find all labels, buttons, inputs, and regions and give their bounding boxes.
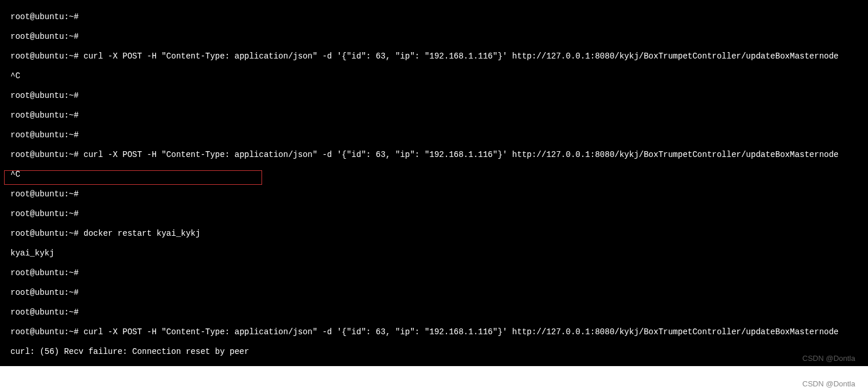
prompt: root@ubuntu:~# [10, 111, 79, 120]
prompt: root@ubuntu:~# [10, 268, 79, 277]
watermark-inner: CSDN @Dontla [802, 353, 855, 363]
curl-command: curl -X POST -H "Content-Type: applicati… [83, 327, 838, 337]
prompt-line: root@ubuntu:~# [10, 32, 868, 42]
terminal-output[interactable]: root@ubuntu:~# root@ubuntu:~# root@ubunt… [0, 2, 868, 391]
prompt-line: root@ubuntu:~# [10, 189, 868, 199]
prompt: root@ubuntu:~# [10, 189, 79, 199]
prompt-line: root@ubuntu:~# [10, 12, 868, 22]
curl-error: curl: (56) Recv failure: Connection rese… [10, 347, 249, 356]
prompt-line: root@ubuntu:~# [10, 209, 868, 219]
ctrl-c: ^C [10, 71, 20, 81]
curl-line: root@ubuntu:~# curl -X POST -H "Content-… [10, 52, 868, 61]
curl-command: curl -X POST -H "Content-Type: applicati… [83, 52, 838, 61]
docker-output: kyai_kykj [10, 249, 868, 258]
prompt: root@ubuntu:~# [10, 52, 79, 61]
prompt-line: root@ubuntu:~# [10, 308, 868, 317]
prompt-line: root@ubuntu:~# [10, 130, 868, 140]
prompt: root@ubuntu:~# [10, 32, 79, 41]
prompt: root@ubuntu:~# [10, 288, 79, 297]
prompt: root@ubuntu:~# [10, 308, 79, 317]
prompt: root@ubuntu:~# [10, 327, 79, 337]
page-background [0, 366, 868, 391]
prompt: root@ubuntu:~# [10, 150, 79, 159]
curl-line: root@ubuntu:~# curl -X POST -H "Content-… [10, 150, 868, 160]
prompt: root@ubuntu:~# [10, 229, 79, 238]
ctrl-c-line: ^C [10, 170, 868, 180]
prompt-line: root@ubuntu:~# [10, 111, 868, 120]
docker-line: root@ubuntu:~# docker restart kyai_kykj [10, 229, 868, 239]
curl-error-line: curl: (56) Recv failure: Connection rese… [10, 347, 868, 357]
docker-command: docker restart kyai_kykj [83, 229, 201, 238]
ctrl-c: ^C [10, 170, 20, 179]
prompt-line: root@ubuntu:~# [10, 91, 868, 101]
prompt-line: root@ubuntu:~# [10, 288, 868, 298]
ctrl-c-line: ^C [10, 71, 868, 81]
prompt: root@ubuntu:~# [10, 12, 79, 21]
watermark-outer: CSDN @Dontla [802, 379, 855, 389]
curl-command: curl -X POST -H "Content-Type: applicati… [83, 150, 838, 159]
prompt: root@ubuntu:~# [10, 130, 79, 140]
docker-output-text: kyai_kykj [10, 249, 55, 258]
prompt: root@ubuntu:~# [10, 209, 79, 218]
prompt-line: root@ubuntu:~# [10, 268, 868, 278]
prompt: root@ubuntu:~# [10, 91, 79, 100]
curl-line: root@ubuntu:~# curl -X POST -H "Content-… [10, 327, 868, 337]
